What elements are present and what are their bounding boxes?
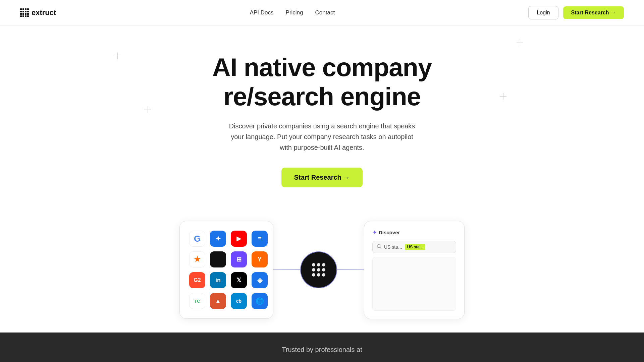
brand-name: extruct xyxy=(32,8,56,17)
integration-icon-linkedin: in xyxy=(210,272,226,288)
svg-line-1 xyxy=(380,247,381,248)
integration-icon-docs: ≡ xyxy=(252,231,268,247)
integration-icon-techcrunch: TC xyxy=(189,293,205,309)
integration-icon-crunchbase: cb xyxy=(231,293,247,309)
integration-icon-x: 𝕏 xyxy=(231,272,247,288)
integration-icon-ycombinator: Y xyxy=(252,251,268,267)
integration-icon-feather: ✦ xyxy=(210,231,226,247)
nav-links: API Docs Pricing Contact xyxy=(250,9,335,16)
nav-link-api-docs[interactable]: API Docs xyxy=(250,9,274,16)
login-button[interactable]: Login xyxy=(528,6,558,19)
integration-icon-google: G xyxy=(189,231,205,247)
hero-subtitle: Discover private companies using a searc… xyxy=(228,121,416,153)
crosshair-decoration-2 xyxy=(517,39,523,46)
integration-icon-globe: 🌐 xyxy=(252,293,268,309)
discover-results-area xyxy=(372,257,456,311)
nav-link-pricing[interactable]: Pricing xyxy=(286,9,303,16)
nav-link-contact[interactable]: Contact xyxy=(315,9,335,16)
discover-header: ✦ Discover xyxy=(372,229,456,236)
logo-grid-icon xyxy=(20,8,29,17)
discover-tag: US sta... xyxy=(405,244,425,250)
integrations-grid: G✦▶≡★⊞YG2in𝕏◈TC▲cb🌐 xyxy=(189,231,264,309)
nav-actions: Login Start Research → xyxy=(528,6,624,19)
discover-search-bar[interactable]: US sta... US sta... xyxy=(372,241,456,253)
logo[interactable]: extruct xyxy=(20,8,56,17)
center-dots xyxy=(312,263,325,277)
integration-icon-nav: ◈ xyxy=(252,272,268,288)
spark-icon: ✦ xyxy=(372,229,377,236)
connector-right xyxy=(337,269,364,270)
integrations-card: G✦▶≡★⊞YG2in𝕏◈TC▲cb🌐 xyxy=(179,221,273,319)
integration-icon-github xyxy=(210,251,226,267)
crosshair-decoration-3 xyxy=(144,106,151,113)
diagram-section: G✦▶≡★⊞YG2in𝕏◈TC▲cb🌐 ✦ Discover US sta...… xyxy=(0,221,644,333)
hero-title: AI native company re/search engine xyxy=(212,53,432,111)
navbar: extruct API Docs Pricing Contact Login S… xyxy=(0,0,644,26)
crosshair-decoration-4 xyxy=(500,93,506,100)
integration-icon-youtube: ▶ xyxy=(231,231,247,247)
discover-card: ✦ Discover US sta... US sta... xyxy=(364,221,465,319)
extruct-core-circle xyxy=(300,251,337,288)
footer-band: Trusted by professionals at xyxy=(0,333,644,362)
integration-icon-square: ⊞ xyxy=(231,251,247,267)
start-research-nav-button[interactable]: Start Research → xyxy=(563,6,624,19)
trusted-text: Trusted by professionals at xyxy=(20,346,624,354)
integration-icon-g2: G2 xyxy=(189,272,205,288)
crosshair-decoration-1 xyxy=(114,53,121,59)
hero-section: AI native company re/search engine Disco… xyxy=(0,26,644,221)
start-research-hero-button[interactable]: Start Research → xyxy=(281,168,363,187)
integration-icon-producthunt: ▲ xyxy=(210,293,226,309)
discover-search-text: US sta... xyxy=(384,244,402,250)
search-q-label xyxy=(377,244,381,250)
integration-icon-capterra: ★ xyxy=(189,251,205,267)
discover-label: Discover xyxy=(379,230,400,235)
connector-left xyxy=(273,269,300,270)
